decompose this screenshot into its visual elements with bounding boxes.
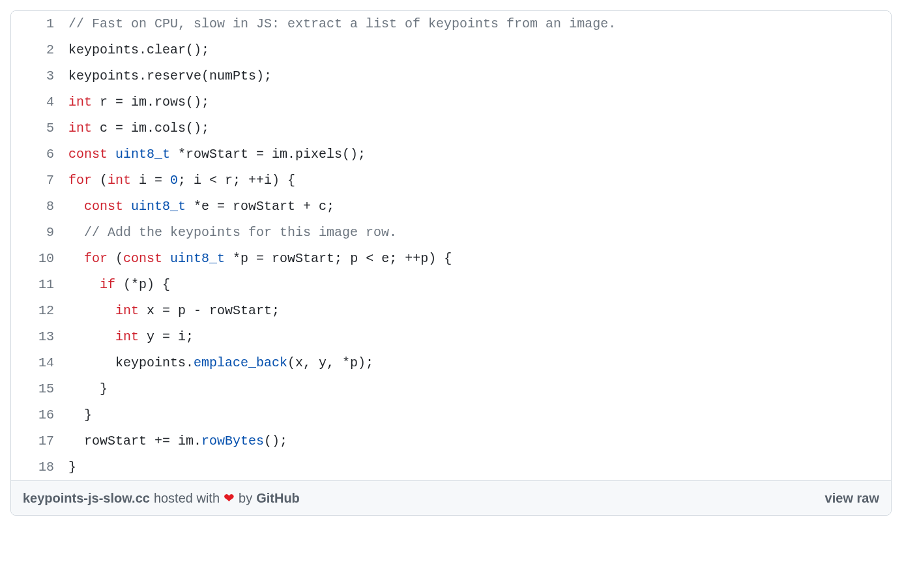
code-token <box>68 199 84 214</box>
code-token: keypoints. <box>68 355 194 370</box>
code-token: } <box>68 407 92 422</box>
heart-icon: ❤ <box>224 490 235 506</box>
code-token: int <box>108 173 131 188</box>
code-line: 13 int y = i; <box>11 324 891 350</box>
code-cell[interactable]: keypoints.emplace_back(x, y, *p); <box>65 350 891 376</box>
line-number[interactable]: 5 <box>11 115 65 141</box>
line-number[interactable]: 13 <box>11 324 65 350</box>
code-token: *p = rowStart; p < e; ++p) { <box>225 251 452 266</box>
code-line: 15 } <box>11 376 891 402</box>
code-line: 17 rowStart += im.rowBytes(); <box>11 428 891 454</box>
view-raw-link[interactable]: view raw <box>825 491 879 506</box>
code-cell[interactable]: int c = im.cols(); <box>65 115 891 141</box>
code-cell[interactable]: int r = im.rows(); <box>65 89 891 115</box>
code-token: for <box>84 251 108 266</box>
code-cell[interactable]: // Fast on CPU, slow in JS: extract a li… <box>65 11 891 37</box>
code-cell[interactable]: int y = i; <box>65 324 891 350</box>
code-token: ( <box>108 251 123 266</box>
code-token: int <box>115 329 139 344</box>
code-token: uint8_t <box>115 147 170 162</box>
line-number[interactable]: 9 <box>11 220 65 246</box>
code-token <box>68 251 84 266</box>
line-number[interactable]: 16 <box>11 402 65 428</box>
line-number[interactable]: 11 <box>11 272 65 298</box>
code-line: 7for (int i = 0; i < r; ++i) { <box>11 168 891 194</box>
code-token: // Fast on CPU, slow in JS: extract a li… <box>68 16 616 31</box>
code-cell[interactable]: } <box>65 402 891 428</box>
line-number[interactable]: 1 <box>11 11 65 37</box>
code-cell[interactable]: } <box>65 376 891 402</box>
code-token: 0 <box>170 173 178 188</box>
code-token <box>162 251 170 266</box>
code-token: y = i; <box>139 329 194 344</box>
code-cell[interactable]: } <box>65 454 891 480</box>
code-cell[interactable]: const uint8_t *e = rowStart + c; <box>65 194 891 220</box>
code-token: int <box>115 303 139 318</box>
code-token: r = im.rows(); <box>92 95 209 110</box>
gist-hosted-with-text: hosted with <box>154 491 220 506</box>
gist-meta-bar: keypoints-js-slow.cc hosted with ❤ by Gi… <box>11 480 891 515</box>
code-token: (x, y, *p); <box>287 355 373 370</box>
code-token: ; i < r; ++i) { <box>178 173 295 188</box>
code-line: 6const uint8_t *rowStart = im.pixels(); <box>11 141 891 168</box>
line-number[interactable]: 8 <box>11 194 65 220</box>
gist-filename-link[interactable]: keypoints-js-slow.cc <box>23 491 150 506</box>
code-token <box>123 199 131 214</box>
code-cell[interactable]: for (int i = 0; i < r; ++i) { <box>65 168 891 194</box>
code-token: (*p) { <box>115 277 170 292</box>
code-token: rowBytes <box>201 434 264 448</box>
code-token: int <box>68 121 92 136</box>
code-cell[interactable]: for (const uint8_t *p = rowStart; p < e;… <box>65 246 891 272</box>
code-token: *e = rowStart + c; <box>186 199 334 214</box>
code-token: i = <box>131 173 170 188</box>
code-token: int <box>68 95 92 110</box>
line-number[interactable]: 4 <box>11 89 65 115</box>
code-token: c = im.cols(); <box>92 121 209 136</box>
code-token: keypoints.clear(); <box>68 42 209 57</box>
code-token: if <box>100 277 115 292</box>
gist-host-link[interactable]: GitHub <box>256 491 300 506</box>
line-number[interactable]: 3 <box>11 63 65 89</box>
code-token: uint8_t <box>170 251 225 266</box>
code-line: 9 // Add the keypoints for this image ro… <box>11 220 891 246</box>
line-number[interactable]: 2 <box>11 37 65 63</box>
code-line: 3keypoints.reserve(numPts); <box>11 63 891 89</box>
code-cell[interactable]: const uint8_t *rowStart = im.pixels(); <box>65 141 891 168</box>
code-line: 12 int x = p - rowStart; <box>11 298 891 324</box>
line-number[interactable]: 15 <box>11 376 65 402</box>
code-table: 1// Fast on CPU, slow in JS: extract a l… <box>11 11 891 480</box>
code-line: 1// Fast on CPU, slow in JS: extract a l… <box>11 11 891 37</box>
code-token <box>68 303 115 318</box>
code-cell[interactable]: keypoints.clear(); <box>65 37 891 63</box>
code-cell[interactable]: if (*p) { <box>65 272 891 298</box>
code-line: 2keypoints.clear(); <box>11 37 891 63</box>
code-token <box>68 225 84 240</box>
line-number[interactable]: 6 <box>11 141 65 168</box>
gist-container: 1// Fast on CPU, slow in JS: extract a l… <box>10 10 892 516</box>
code-token <box>68 277 100 292</box>
code-token: } <box>68 460 76 475</box>
code-token: *rowStart = im.pixels(); <box>170 147 366 162</box>
line-number[interactable]: 12 <box>11 298 65 324</box>
code-token: for <box>68 173 92 188</box>
code-token: const <box>68 147 108 162</box>
code-token: keypoints.reserve(numPts); <box>68 68 272 83</box>
code-token: } <box>68 381 108 396</box>
code-cell[interactable]: rowStart += im.rowBytes(); <box>65 428 891 454</box>
gist-by-text: by <box>239 491 252 506</box>
gist-meta-left: keypoints-js-slow.cc hosted with ❤ by Gi… <box>23 490 300 506</box>
code-token: emplace_back <box>194 355 287 370</box>
line-number[interactable]: 18 <box>11 454 65 480</box>
code-line: 8 const uint8_t *e = rowStart + c; <box>11 194 891 220</box>
code-token: uint8_t <box>131 199 186 214</box>
code-cell[interactable]: // Add the keypoints for this image row. <box>65 220 891 246</box>
code-token: // Add the keypoints for this image row. <box>84 225 397 240</box>
code-cell[interactable]: int x = p - rowStart; <box>65 298 891 324</box>
line-number[interactable]: 17 <box>11 428 65 454</box>
line-number[interactable]: 14 <box>11 350 65 376</box>
code-cell[interactable]: keypoints.reserve(numPts); <box>65 63 891 89</box>
code-line: 10 for (const uint8_t *p = rowStart; p <… <box>11 246 891 272</box>
code-token: const <box>84 199 123 214</box>
line-number[interactable]: 10 <box>11 246 65 272</box>
line-number[interactable]: 7 <box>11 168 65 194</box>
